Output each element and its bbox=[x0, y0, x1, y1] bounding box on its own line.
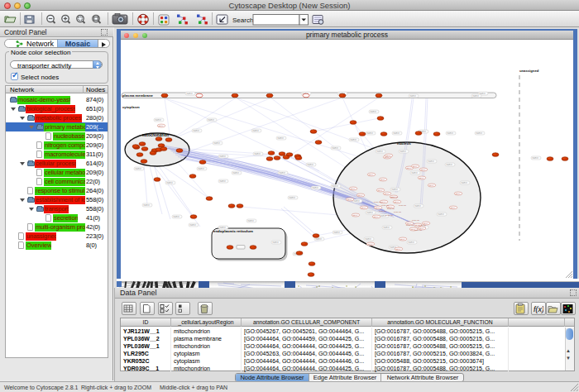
svg-text:plasma membrane: plasma membrane bbox=[122, 93, 153, 98]
svg-text:lab el: lab el bbox=[413, 165, 418, 167]
svg-text:nam e: nam e bbox=[533, 157, 539, 160]
svg-text:nam e: nam e bbox=[278, 137, 285, 140]
svg-text:la bel na: la bel na bbox=[379, 210, 386, 212]
svg-text:lab el: lab el bbox=[368, 243, 373, 245]
svg-text:la bel na: la bel na bbox=[414, 229, 422, 231]
svg-text:nam e: nam e bbox=[273, 241, 280, 244]
svg-text:lab el: lab el bbox=[374, 216, 379, 218]
svg-text:Search:: Search: bbox=[232, 17, 256, 24]
svg-text:nam e: nam e bbox=[233, 172, 240, 174]
svg-text:nam e: nam e bbox=[248, 220, 255, 222]
svg-text:lab el: lab el bbox=[381, 201, 386, 203]
svg-text:nam e: nam e bbox=[313, 187, 319, 189]
svg-text:lab el: lab el bbox=[451, 207, 456, 208]
svg-text:lab el: lab el bbox=[159, 125, 164, 127]
svg-text:lab el: lab el bbox=[386, 155, 391, 156]
svg-text:lab el: lab el bbox=[421, 169, 426, 170]
svg-text:la bel na: la bel na bbox=[399, 204, 406, 206]
svg-text:nam e: nam e bbox=[410, 95, 417, 98]
svg-text:cytoplasm: cytoplasm bbox=[122, 105, 140, 109]
svg-text:la bel na: la bel na bbox=[419, 224, 426, 226]
svg-text:nam e: nam e bbox=[473, 95, 480, 98]
svg-text:nam e: nam e bbox=[136, 168, 142, 170]
svg-text:lab el: lab el bbox=[369, 174, 374, 175]
svg-text:nam e: nam e bbox=[144, 204, 151, 207]
svg-text:nam e: nam e bbox=[187, 93, 194, 95]
svg-text:unassigned: unassigned bbox=[519, 69, 539, 73]
svg-text:nam e: nam e bbox=[190, 224, 197, 227]
svg-text:nam e: nam e bbox=[208, 119, 215, 122]
svg-text:nam e: nam e bbox=[400, 151, 407, 153]
svg-text:lab el: lab el bbox=[358, 194, 363, 196]
svg-text:nam e: nam e bbox=[316, 238, 323, 241]
svg-text:nam e: nam e bbox=[214, 142, 221, 145]
svg-text:endoplasmic reticulum: endoplasmic reticulum bbox=[213, 229, 253, 233]
svg-text:nam e: nam e bbox=[220, 155, 227, 158]
svg-text:nucleus: nucleus bbox=[397, 141, 411, 146]
svg-text:lab el: lab el bbox=[347, 198, 352, 200]
svg-text:nam e: nam e bbox=[447, 164, 453, 166]
svg-text:nam e: nam e bbox=[174, 216, 180, 218]
svg-text:lab el: lab el bbox=[361, 207, 366, 208]
svg-text:nam e: nam e bbox=[428, 160, 435, 163]
svg-text:la bel na: la bel na bbox=[406, 224, 414, 226]
svg-text:nam e: nam e bbox=[412, 172, 419, 174]
svg-text:nam e: nam e bbox=[462, 182, 468, 184]
svg-text:nam e: nam e bbox=[156, 119, 162, 122]
svg-text:nam e: nam e bbox=[220, 180, 227, 183]
svg-text:nam e: nam e bbox=[354, 200, 361, 203]
svg-text:la bel na: la bel na bbox=[394, 211, 401, 213]
svg-text:lab el: lab el bbox=[429, 184, 434, 186]
svg-text:nam e: nam e bbox=[409, 241, 415, 244]
svg-text:nam e: nam e bbox=[367, 132, 374, 135]
svg-text:nam e: nam e bbox=[333, 185, 339, 188]
svg-text:mitochondrion: mitochondrion bbox=[142, 133, 169, 137]
svg-text:la bel na: la bel na bbox=[381, 204, 389, 206]
svg-text:nam e: nam e bbox=[447, 132, 454, 135]
svg-text:nam e: nam e bbox=[334, 232, 341, 234]
svg-text:la bel na: la bel na bbox=[412, 219, 419, 221]
svg-text:nam e: nam e bbox=[371, 111, 377, 113]
svg-text:lab el: lab el bbox=[376, 207, 380, 208]
svg-text:nam e: nam e bbox=[199, 168, 205, 170]
svg-text:lab el: lab el bbox=[400, 238, 405, 240]
svg-text:nam e: nam e bbox=[366, 238, 372, 241]
svg-text:nam e: nam e bbox=[415, 205, 422, 208]
svg-text:nam e: nam e bbox=[394, 132, 400, 135]
svg-text:nam e: nam e bbox=[438, 213, 445, 216]
svg-text:la bel na: la bel na bbox=[385, 214, 393, 216]
svg-text:lab el: lab el bbox=[353, 214, 358, 216]
svg-text:nam e: nam e bbox=[377, 151, 384, 153]
svg-text:lab el: lab el bbox=[351, 188, 356, 189]
svg-text:nam e: nam e bbox=[384, 227, 390, 229]
svg-text:nam e: nam e bbox=[280, 172, 286, 174]
svg-text:lab el: lab el bbox=[378, 189, 383, 191]
svg-text:lab el: lab el bbox=[419, 177, 424, 179]
svg-text:nam e: nam e bbox=[253, 130, 260, 132]
svg-text:nam e: nam e bbox=[194, 130, 200, 132]
svg-text:nam e: nam e bbox=[392, 189, 399, 191]
svg-text:nam e: nam e bbox=[367, 212, 374, 214]
svg-text:lab el: lab el bbox=[395, 201, 400, 203]
svg-text:lab el: lab el bbox=[380, 179, 385, 180]
svg-text:lab el: lab el bbox=[456, 193, 461, 194]
svg-text:nam e: nam e bbox=[351, 139, 357, 141]
svg-text:lab el: lab el bbox=[396, 248, 401, 250]
svg-text:nam e: nam e bbox=[290, 197, 296, 199]
svg-text:la bel na: la bel na bbox=[374, 201, 381, 203]
svg-text:nam e: nam e bbox=[476, 132, 483, 135]
svg-text:f(x): f(x) bbox=[534, 305, 543, 313]
svg-text:la bel na: la bel na bbox=[390, 196, 398, 198]
svg-text:nam e: nam e bbox=[255, 153, 261, 155]
svg-text:nam e: nam e bbox=[167, 182, 174, 184]
svg-text:nam e: nam e bbox=[308, 164, 314, 166]
svg-text:nam e: nam e bbox=[333, 147, 339, 150]
svg-text:lab el: lab el bbox=[385, 193, 390, 194]
svg-text:la bel na: la bel na bbox=[387, 208, 395, 209]
svg-text:lab el: lab el bbox=[407, 167, 412, 169]
